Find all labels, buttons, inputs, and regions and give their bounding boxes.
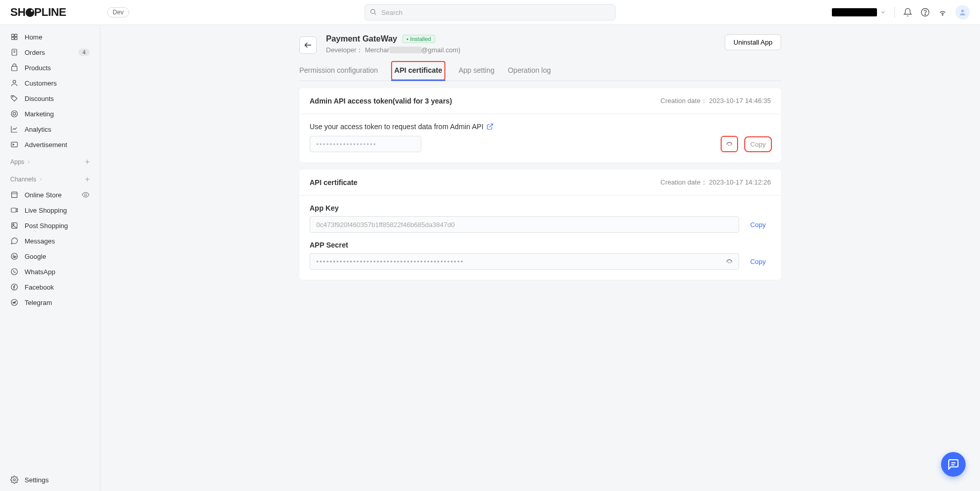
svg-rect-7 [15,34,17,37]
account-menu[interactable] [832,8,886,16]
copy-token-button[interactable]: Copy [745,137,771,151]
svg-point-28 [13,479,15,481]
wifi-icon[interactable] [938,8,947,17]
sidebar-item-customers[interactable]: Customers [0,75,100,91]
sidebar-label: Analytics [25,126,51,133]
copy-app-secret-button[interactable]: Copy [745,255,771,269]
sidebar-item-live-shopping[interactable]: Live Shopping [0,202,100,218]
sidebar-label: WhatsApp [25,268,55,276]
tab-app-setting[interactable]: App setting [459,61,495,80]
svg-rect-19 [12,194,17,197]
sidebar-label: Marketing [25,110,54,118]
sidebar-label: Discounts [25,95,54,103]
cert-section-title: API certificate [310,178,357,187]
svg-rect-13 [12,66,17,71]
orders-badge: 4 [78,49,90,56]
sidebar-label: Telegram [25,299,52,306]
orders-icon [10,48,18,56]
chat-fab[interactable] [941,452,966,477]
external-link-icon[interactable] [486,123,494,130]
tab-operation-log[interactable]: Operation log [508,61,551,80]
app-secret-label: APP Secret [310,241,771,249]
svg-point-16 [11,111,17,117]
sidebar-item-online-store[interactable]: Online Store [0,187,100,202]
svg-point-3 [925,14,925,15]
sidebar-item-home[interactable]: Home [0,29,100,45]
eye-icon[interactable] [81,191,90,199]
developer-label: Developer： [326,46,363,54]
post-shopping-icon [10,221,18,230]
chevron-right-icon [38,177,44,182]
reveal-token-button[interactable] [722,137,737,151]
sidebar-item-settings[interactable]: Settings [0,472,100,491]
dev-badge: Dev [107,7,129,17]
svg-line-1 [375,13,376,15]
svg-rect-21 [11,208,16,212]
sidebar-label: Orders [25,49,45,56]
live-shopping-icon [10,206,18,214]
arrow-left-icon [303,40,313,50]
sidebar-label: Products [25,64,51,72]
search-wrap [364,4,616,21]
token-creation-date: Creation date： 2023-10-17 14:46:35 [661,96,771,106]
analytics-icon [10,125,18,133]
main-content: Payment GateWay • Installed Developer： M… [100,25,980,491]
google-icon [10,252,18,260]
access-token-input[interactable] [310,136,421,152]
developer-prefix: Merchar [365,46,390,54]
chevron-down-icon [880,9,886,15]
tab-permission-configuration[interactable]: Permission configuration [299,61,378,80]
back-button[interactable] [299,36,317,54]
sidebar-label: Home [25,33,43,41]
installed-badge: • Installed [402,35,435,43]
sidebar-apps-header[interactable]: Apps + [0,152,100,170]
chevron-right-icon [26,159,31,165]
help-icon[interactable] [921,8,930,17]
sidebar-channels-header[interactable]: Channels + [0,170,100,187]
sidebar-label: Live Shopping [25,207,67,214]
sidebar-item-marketing[interactable]: Marketing [0,106,100,121]
sidebar-item-whatsapp[interactable]: WhatsApp [0,264,100,279]
sidebar-item-telegram[interactable]: Telegram [0,295,100,310]
sidebar-item-advertisement[interactable]: Advertisement [0,137,100,152]
tab-api-certificate[interactable]: API certificate [391,61,445,80]
app-key-input[interactable] [310,216,739,233]
copy-app-key-button[interactable]: Copy [745,218,771,232]
sidebar-item-google[interactable]: Google [0,249,100,264]
whatsapp-icon [10,268,18,276]
sidebar-label: Online Store [25,191,62,199]
customers-icon [10,79,18,87]
sidebar-item-messages[interactable]: Messages [0,233,100,249]
advertisement-icon [10,140,18,149]
add-channel-icon[interactable]: + [85,175,90,184]
token-instruction: Use your access token to request data fr… [310,122,771,131]
sidebar-label: Settings [25,476,49,484]
tabs: Permission configuration API certificate… [299,61,781,81]
sidebar-label: Google [25,253,46,260]
reveal-secret-button[interactable] [724,256,735,267]
apps-header-label: Apps [10,158,24,166]
sidebar-label: Facebook [25,283,54,291]
page-title: Payment GateWay [326,34,397,44]
svg-line-35 [727,262,727,262]
online-store-icon [10,191,18,199]
top-right [832,5,970,19]
sidebar-item-post-shopping[interactable]: Post Shopping [0,218,100,233]
app-secret-input[interactable] [310,253,739,270]
sidebar-item-discounts[interactable]: Discounts [0,91,100,106]
uninstall-button[interactable]: Uninstall App [725,34,781,50]
avatar[interactable] [955,5,970,19]
svg-point-4 [942,15,943,16]
sidebar-item-orders[interactable]: Orders 4 [0,45,100,60]
add-app-icon[interactable]: + [85,157,90,167]
sidebar-item-analytics[interactable]: Analytics [0,121,100,137]
svg-rect-9 [15,37,17,40]
svg-point-0 [371,9,375,13]
search-input[interactable] [364,4,616,21]
logo[interactable]: SHPLINE [10,6,66,19]
bell-icon[interactable] [903,8,912,17]
card-access-token: Admin API access token(valid for 3 years… [299,88,781,162]
sidebar-item-facebook[interactable]: Facebook [0,279,100,295]
sidebar-item-products[interactable]: Products [0,60,100,75]
search-icon [370,8,377,15]
